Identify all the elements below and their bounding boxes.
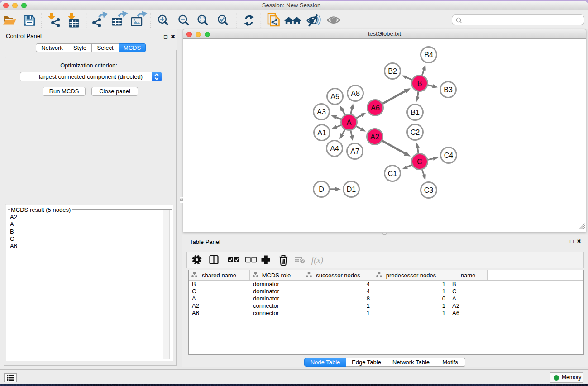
svg-text:A1: A1 [317, 129, 326, 137]
svg-text:A3: A3 [317, 108, 326, 116]
svg-text:A4: A4 [330, 145, 339, 152]
svg-text:B3: B3 [444, 86, 453, 94]
svg-text:A8: A8 [351, 90, 360, 97]
svg-text:C4: C4 [444, 152, 454, 159]
svg-text:A5: A5 [330, 93, 339, 100]
svg-text:C1: C1 [388, 170, 397, 177]
svg-text:A7: A7 [350, 148, 359, 155]
svg-text:D: D [319, 186, 324, 193]
svg-text:C2: C2 [411, 129, 420, 136]
svg-text:f(x): f(x) [311, 255, 323, 265]
svg-text:B: B [417, 80, 422, 87]
svg-text:B4: B4 [424, 51, 433, 59]
svg-text:C: C [417, 158, 422, 166]
svg-text:D1: D1 [347, 186, 356, 193]
svg-text:B2: B2 [388, 67, 397, 75]
svg-text:C3: C3 [424, 186, 434, 194]
svg-text:A: A [347, 119, 352, 126]
svg-text:B1: B1 [411, 109, 420, 116]
svg-text:A2: A2 [370, 133, 379, 141]
svg-text:A6: A6 [371, 104, 380, 112]
